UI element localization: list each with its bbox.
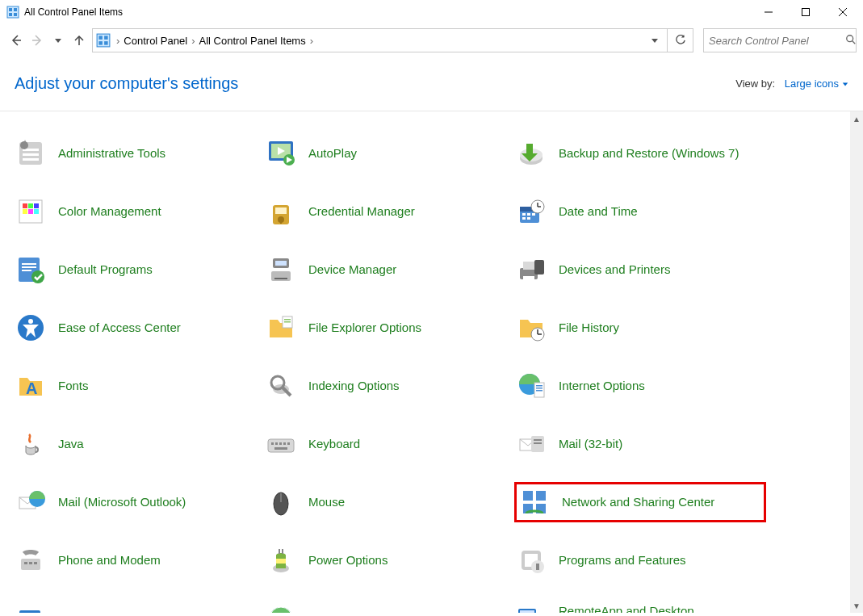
search-input[interactable] (709, 35, 845, 47)
close-button[interactable] (824, 0, 861, 24)
control-panel-item-default-programs[interactable]: Default Programs (15, 250, 265, 289)
svg-point-17 (847, 35, 853, 41)
internet-options-icon (515, 370, 547, 402)
control-panel-item-device-manager[interactable]: Device Manager (265, 250, 515, 289)
minimize-button[interactable] (750, 0, 787, 24)
item-label: File Explorer Options (308, 321, 421, 335)
indexing-icon (265, 370, 297, 402)
ease-of-access-icon (15, 312, 47, 344)
back-button[interactable] (6, 31, 26, 50)
item-label: Default Programs (58, 262, 153, 277)
item-label: Java (58, 437, 84, 451)
file-history-icon (515, 312, 547, 344)
svg-rect-14 (104, 36, 108, 40)
item-label: Administrative Tools (58, 146, 165, 161)
breadcrumb-control-panel[interactable]: Control Panel (122, 29, 189, 52)
region-icon (265, 602, 297, 613)
item-label: Backup and Restore (Windows 7) (559, 146, 739, 161)
recent-locations-dropdown[interactable] (48, 31, 68, 50)
item-label: Power Options (308, 553, 388, 568)
remoteapp-icon (515, 602, 547, 613)
control-panel-app-icon (6, 6, 19, 19)
item-label: Mail (32-bit) (559, 437, 622, 451)
page-header: Adjust your computer's settings View by:… (0, 57, 863, 111)
control-panel-item-java[interactable]: Java (15, 425, 265, 463)
network-sharing-icon (518, 486, 551, 518)
control-panel-item-region[interactable]: Region (265, 599, 515, 613)
item-label: Date and Time (559, 204, 638, 219)
control-panel-item-keyboard[interactable]: Keyboard (265, 425, 515, 463)
vertical-scrollbar[interactable]: ▲ ▼ (850, 111, 863, 613)
backup-icon (515, 137, 547, 170)
item-label: Credential Manager (308, 204, 415, 219)
view-by-label: View by: Large icons (735, 78, 848, 90)
item-label: Keyboard (308, 437, 360, 451)
autoplay-icon (265, 137, 297, 170)
chevron-right-icon[interactable]: › (308, 35, 316, 47)
control-panel-item-remoteapp[interactable]: RemoteApp and Desktop Connections (515, 599, 765, 613)
item-label: Internet Options (559, 379, 645, 393)
control-panel-item-fonts[interactable]: Fonts (15, 367, 265, 405)
mail-icon (515, 428, 547, 460)
item-label: Indexing Options (308, 379, 400, 393)
control-panel-item-recovery[interactable]: Recovery (15, 599, 265, 613)
credential-icon (265, 195, 297, 228)
color-mgmt-icon (15, 195, 47, 228)
control-panel-item-network-sharing[interactable]: Network and Sharing Center (515, 483, 765, 522)
svg-rect-16 (104, 41, 108, 45)
control-panel-item-file-explorer-options[interactable]: File Explorer Options (265, 308, 515, 347)
phone-modem-icon (15, 544, 47, 576)
control-panel-icon (96, 33, 111, 48)
address-bar[interactable]: › Control Panel › All Control Panel Item… (92, 28, 668, 52)
item-label: Programs and Features (559, 553, 686, 568)
view-mode-dropdown[interactable]: Large icons (785, 78, 848, 90)
control-panel-item-ease-of-access[interactable]: Ease of Access Center (15, 308, 265, 347)
refresh-button[interactable] (668, 28, 693, 52)
power-options-icon (265, 544, 297, 576)
chevron-right-icon[interactable]: › (189, 35, 197, 47)
svg-rect-3 (9, 13, 12, 16)
svg-line-18 (853, 40, 856, 44)
breadcrumb-all-items[interactable]: All Control Panel Items (197, 29, 307, 52)
control-panel-item-mail-outlook[interactable]: Mail (Microsoft Outlook) (15, 483, 265, 522)
control-panel-item-devices-printers[interactable]: Devices and Printers (515, 250, 765, 289)
item-label: Phone and Modem (58, 553, 161, 568)
control-panel-item-mail[interactable]: Mail (32-bit) (515, 425, 765, 463)
control-panel-item-phone-modem[interactable]: Phone and Modem (15, 541, 265, 580)
control-panel-item-indexing[interactable]: Indexing Options (265, 367, 515, 405)
address-dropdown[interactable] (646, 35, 664, 47)
control-panel-item-date-time[interactable]: Date and Time (515, 192, 765, 231)
chevron-right-icon[interactable]: › (114, 35, 122, 47)
devices-printers-icon (515, 254, 547, 286)
device-manager-icon (265, 254, 297, 286)
control-panel-item-admin-tools[interactable]: Administrative Tools (15, 134, 265, 173)
forward-button[interactable] (27, 31, 47, 50)
item-label: Mouse (308, 495, 345, 509)
control-panel-item-internet-options[interactable]: Internet Options (515, 367, 765, 405)
item-label: Network and Sharing Center (562, 495, 714, 509)
item-label: Devices and Printers (559, 262, 670, 277)
control-panel-item-backup[interactable]: Backup and Restore (Windows 7) (515, 134, 765, 173)
scroll-up-button[interactable]: ▲ (850, 111, 863, 126)
date-time-icon (515, 195, 547, 228)
programs-features-icon (515, 544, 547, 576)
control-panel-item-color-mgmt[interactable]: Color Management (15, 192, 265, 231)
up-button[interactable] (69, 31, 89, 50)
control-panel-item-credential[interactable]: Credential Manager (265, 192, 515, 231)
control-panel-item-autoplay[interactable]: AutoPlay (265, 134, 515, 173)
maximize-button[interactable] (787, 0, 824, 24)
mail-outlook-icon (15, 486, 47, 518)
search-box[interactable] (703, 28, 857, 52)
control-panel-item-power-options[interactable]: Power Options (265, 541, 515, 580)
item-label: RemoteApp and Desktop Connections (559, 604, 757, 613)
item-label: Fonts (58, 379, 89, 393)
search-icon[interactable] (845, 34, 857, 48)
control-panel-item-programs-features[interactable]: Programs and Features (515, 541, 765, 580)
scroll-down-button[interactable]: ▼ (850, 598, 863, 613)
control-panel-item-file-history[interactable]: File History (515, 308, 765, 347)
recovery-icon (15, 602, 47, 613)
item-label: Ease of Access Center (58, 321, 181, 335)
item-label: AutoPlay (308, 146, 357, 161)
svg-rect-13 (98, 36, 103, 40)
control-panel-item-mouse[interactable]: Mouse (265, 483, 515, 522)
